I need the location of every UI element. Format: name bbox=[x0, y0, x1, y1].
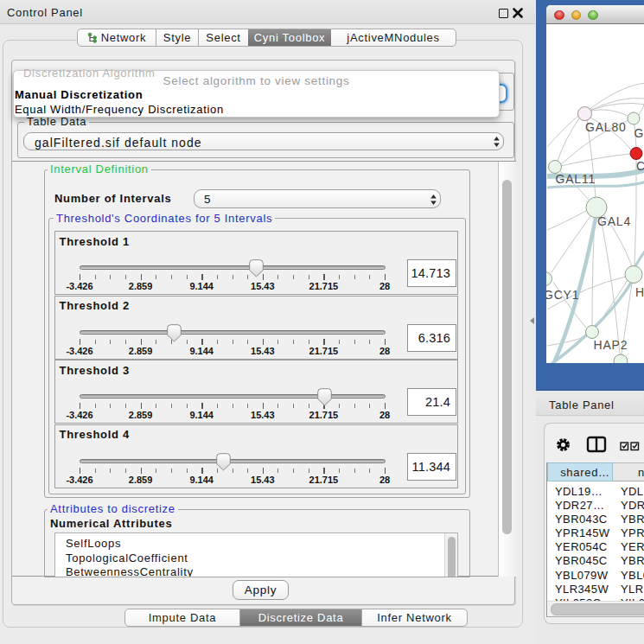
svg-text:HAP2: HAP2 bbox=[594, 338, 628, 352]
svg-text:C: C bbox=[636, 159, 644, 173]
svg-text:GAL11: GAL11 bbox=[556, 172, 596, 186]
svg-text:GCY1: GCY1 bbox=[546, 288, 579, 302]
svg-text:GAL80: GAL80 bbox=[585, 120, 627, 134]
svg-text:H: H bbox=[635, 285, 644, 299]
svg-text:GA: GA bbox=[634, 126, 644, 140]
svg-text:GAL4: GAL4 bbox=[597, 214, 631, 228]
